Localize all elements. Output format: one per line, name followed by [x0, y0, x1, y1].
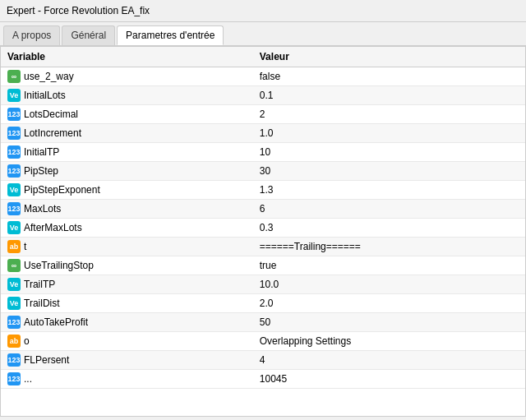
- variable-type-icon: 123: [7, 127, 21, 140]
- variable-value: 10045: [253, 370, 525, 389]
- variable-type-icon: Ve: [7, 89, 21, 102]
- variable-type-icon: ∞: [7, 70, 21, 83]
- variable-name: t: [24, 241, 26, 252]
- table-row[interactable]: 123PipStep30: [1, 162, 525, 181]
- variable-name: o: [24, 335, 30, 347]
- variable-type-icon: 123: [7, 353, 21, 367]
- variable-cell: 123FLPersent: [1, 351, 253, 370]
- parameters-content: Variable Valeur ∞use_2_wayfalseVeInitial…: [0, 46, 526, 417]
- variable-value: 2: [253, 105, 525, 124]
- variable-name: PipStep: [24, 165, 58, 177]
- variable-value: Overlapping Settings: [253, 332, 525, 351]
- table-row[interactable]: VePipStepExponent1.3: [1, 181, 525, 200]
- variable-type-icon: 123: [7, 202, 21, 215]
- variable-cell: ∞UseTrailingStop: [1, 256, 253, 275]
- variable-name: ...: [24, 373, 32, 385]
- table-row[interactable]: 123LotIncrement1.0: [1, 124, 525, 143]
- table-row[interactable]: 123InitialTP10: [1, 143, 525, 162]
- tab-apropos[interactable]: A propos: [3, 25, 60, 45]
- variable-name: MaxLots: [24, 203, 61, 215]
- variable-name: LotIncrement: [24, 127, 81, 139]
- variable-type-icon: Ve: [7, 278, 21, 291]
- variable-value: 30: [253, 162, 525, 181]
- table-row[interactable]: abt======Trailing======: [1, 238, 525, 256]
- table-row[interactable]: VeTrailTP10.0: [1, 275, 525, 294]
- variable-cell: VeInitialLots: [1, 86, 253, 105]
- variable-value: 1.3: [253, 181, 525, 200]
- variable-value: 6: [253, 200, 525, 219]
- variable-cell: 123AutoTakeProfit: [1, 313, 253, 332]
- variable-name: AutoTakeProfit: [24, 316, 88, 328]
- table-row[interactable]: 123LotsDecimal2: [1, 105, 525, 124]
- variable-value: 2.0: [253, 294, 525, 313]
- variable-type-icon: 123: [7, 164, 21, 178]
- variable-cell: 123InitialTP: [1, 143, 253, 162]
- variable-type-icon: ab: [7, 240, 21, 253]
- variable-cell: ∞use_2_way: [1, 67, 253, 86]
- tabs-bar: A propos Général Parametres d'entrée: [0, 22, 526, 46]
- table-row[interactable]: ∞UseTrailingStoptrue: [1, 256, 525, 275]
- variable-value: true: [253, 256, 525, 275]
- variable-value: false: [253, 67, 525, 86]
- variable-name: LotsDecimal: [24, 108, 78, 120]
- variable-cell: 123PipStep: [1, 162, 253, 181]
- table-row[interactable]: VeInitialLots0.1: [1, 86, 525, 105]
- variable-value: 10.0: [253, 275, 525, 294]
- variable-name: use_2_way: [24, 71, 74, 82]
- variable-type-icon: ab: [7, 335, 21, 348]
- tab-parametres[interactable]: Parametres d'entrée: [117, 25, 224, 45]
- variable-value: 50: [253, 313, 525, 332]
- variable-cell: VeTrailDist: [1, 294, 253, 313]
- variable-type-icon: 123: [7, 108, 21, 121]
- variable-value: 4: [253, 351, 525, 370]
- table-row[interactable]: 123MaxLots6: [1, 200, 525, 219]
- table-row[interactable]: VeAfterMaxLots0.3: [1, 219, 525, 238]
- variable-cell: 123LotIncrement: [1, 124, 253, 143]
- variable-type-icon: ∞: [7, 259, 21, 272]
- variable-value: 0.3: [253, 219, 525, 238]
- variable-cell: 123MaxLots: [1, 200, 253, 219]
- variable-type-icon: Ve: [7, 221, 21, 234]
- variable-name: InitialTP: [24, 146, 59, 158]
- variable-cell: abo: [1, 332, 253, 351]
- table-row[interactable]: 123FLPersent4: [1, 351, 525, 370]
- col-variable: Variable: [1, 47, 253, 67]
- variable-cell: VeAfterMaxLots: [1, 219, 253, 238]
- variable-cell: VePipStepExponent: [1, 181, 253, 200]
- variable-cell: 123LotsDecimal: [1, 105, 253, 124]
- variable-cell: 123...: [1, 370, 253, 389]
- variable-name: InitialLots: [24, 90, 66, 101]
- variable-cell: abt: [1, 238, 253, 256]
- variable-cell: VeTrailTP: [1, 275, 253, 294]
- variable-value: 10: [253, 143, 525, 162]
- variable-name: FLPersent: [24, 354, 69, 366]
- variable-type-icon: Ve: [7, 183, 21, 196]
- title-text: Expert - Force Revolution EA_fix: [7, 5, 150, 16]
- table-row[interactable]: ∞use_2_wayfalse: [1, 67, 525, 86]
- variable-name: AfterMaxLots: [24, 222, 82, 233]
- variable-type-icon: 123: [7, 145, 21, 159]
- col-value: Valeur: [253, 47, 525, 67]
- table-row[interactable]: 123...10045: [1, 370, 525, 389]
- parameters-table: Variable Valeur ∞use_2_wayfalseVeInitial…: [1, 47, 525, 389]
- table-row[interactable]: 123AutoTakeProfit50: [1, 313, 525, 332]
- variable-name: UseTrailingStop: [24, 260, 94, 271]
- tab-general[interactable]: Général: [62, 25, 115, 45]
- variable-name: TrailDist: [24, 298, 60, 309]
- variable-type-icon: Ve: [7, 297, 21, 310]
- variable-value: 1.0: [253, 124, 525, 143]
- variable-name: TrailTP: [24, 279, 55, 290]
- table-row[interactable]: aboOverlapping Settings: [1, 332, 525, 351]
- variable-value: 0.1: [253, 86, 525, 105]
- table-row[interactable]: VeTrailDist2.0: [1, 294, 525, 313]
- title-bar: Expert - Force Revolution EA_fix: [0, 0, 526, 22]
- variable-name: PipStepExponent: [24, 184, 100, 196]
- variable-type-icon: 123: [7, 372, 21, 385]
- variable-value: ======Trailing======: [253, 238, 525, 256]
- variable-type-icon: 123: [7, 316, 21, 329]
